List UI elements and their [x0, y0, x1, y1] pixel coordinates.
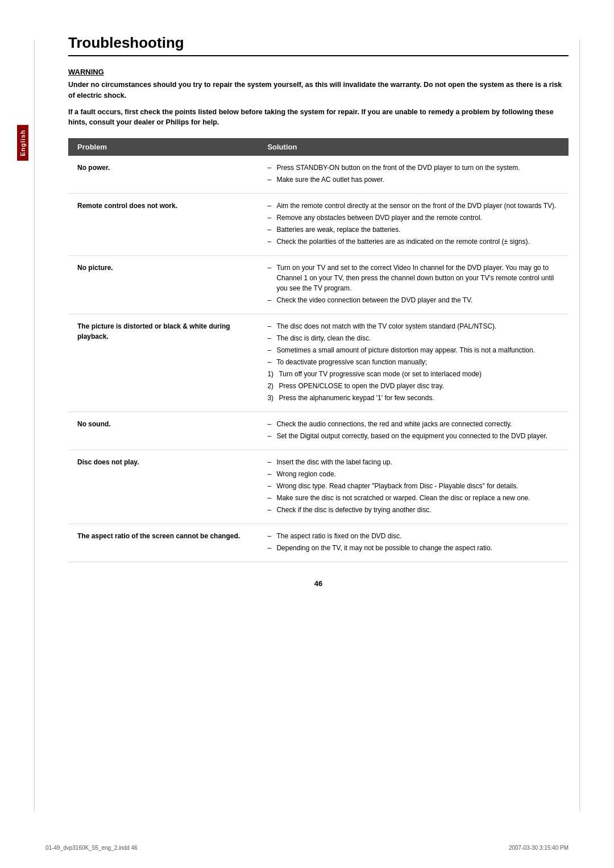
solution-item: Press STANDBY-ON button on the front of … [267, 163, 559, 173]
solution-item-numbered: Press OPEN/CLOSE to open the DVD player … [267, 381, 559, 391]
solution-item: To deactivate progressive scan function … [267, 357, 559, 367]
solution-item: Make sure the AC outlet has power. [267, 175, 559, 185]
solution-cell: Press STANDBY-ON button on the front of … [258, 156, 569, 194]
main-content: Troubleshooting WARNING Under no circums… [68, 34, 569, 588]
solution-item: Insert the disc with the label facing up… [267, 457, 559, 467]
table-row: The aspect ratio of the screen cannot be… [68, 524, 569, 562]
col-problem-header: Problem [68, 138, 258, 156]
problem-cell: Disc does not play. [68, 450, 258, 524]
solution-item: The disc does not match with the TV colo… [267, 321, 559, 331]
solution-item: Set the Digital output correctly, based … [267, 431, 559, 441]
problem-cell: No power. [68, 156, 258, 194]
problem-cell: Remote control does not work. [68, 194, 258, 256]
table-row: The picture is distorted or black & whit… [68, 314, 569, 412]
problem-cell: No picture. [68, 256, 258, 314]
solution-item-numbered: Turn off your TV progressive scan mode (… [267, 369, 559, 379]
solution-item: Depending on the TV, it may not be possi… [267, 543, 559, 553]
solution-cell: The aspect ratio is fixed on the DVD dis… [258, 524, 569, 562]
solution-cell: Aim the remote control directly at the s… [258, 194, 569, 256]
solution-item: Aim the remote control directly at the s… [267, 201, 559, 211]
table-row: No power.Press STANDBY-ON button on the … [68, 156, 569, 194]
solution-item: Turn on your TV and set to the correct V… [267, 263, 559, 293]
sidebar-language-label: English [17, 125, 28, 161]
solution-item: The aspect ratio is fixed on the DVD dis… [267, 531, 559, 541]
page-number: 46 [68, 579, 569, 588]
page-container: English Troubleshooting WARNING Under no… [0, 0, 614, 868]
page-title: Troubleshooting [68, 34, 569, 56]
table-row: Disc does not play.Insert the disc with … [68, 450, 569, 524]
page-footer: 01-49_dvp3160K_55_eng_2.indd 46 2007-03-… [45, 845, 569, 851]
footer-left: 01-49_dvp3160K_55_eng_2.indd 46 [45, 845, 138, 851]
problem-cell: No sound. [68, 412, 258, 450]
solution-item: Sometimes a small amount of picture dist… [267, 345, 559, 355]
solution-item-numbered: Press the alphanumeric keypad '1' for fe… [267, 393, 559, 403]
troubleshooting-table: Problem Solution No power.Press STANDBY-… [68, 138, 569, 562]
warning-title: WARNING [68, 68, 569, 76]
border-right [579, 40, 580, 811]
col-solution-header: Solution [258, 138, 569, 156]
solution-item: Check if the disc is defective by trying… [267, 505, 559, 515]
solution-item: Check the polarities of the batteries ar… [267, 236, 559, 247]
warning-text-1: Under no circumstances should you try to… [68, 80, 569, 101]
solution-cell: Turn on your TV and set to the correct V… [258, 256, 569, 314]
solution-cell: The disc does not match with the TV colo… [258, 314, 569, 412]
solution-cell: Insert the disc with the label facing up… [258, 450, 569, 524]
table-row: No picture.Turn on your TV and set to th… [68, 256, 569, 314]
solution-item: Make sure the disc is not scratched or w… [267, 493, 559, 503]
solution-item: The disc is dirty, clean the disc. [267, 333, 559, 343]
warning-text-2: If a fault occurs, first check the point… [68, 107, 569, 128]
solution-item: Batteries are weak, replace the batterie… [267, 225, 559, 235]
solution-item: Remove any obstacles between DVD player … [267, 213, 559, 223]
warning-section: WARNING Under no circumstances should yo… [68, 68, 569, 128]
table-row: Remote control does not work.Aim the rem… [68, 194, 569, 256]
solution-cell: Check the audio connections, the red and… [258, 412, 569, 450]
problem-cell: The picture is distorted or black & whit… [68, 314, 258, 412]
problem-cell: The aspect ratio of the screen cannot be… [68, 524, 258, 562]
table-row: No sound.Check the audio connections, th… [68, 412, 569, 450]
solution-item: Wrong disc type. Read chapter "Playback … [267, 481, 559, 491]
solution-item: Check the audio connections, the red and… [267, 419, 559, 429]
footer-right: 2007-03-30 3:15:40 PM [509, 845, 569, 851]
border-left [34, 40, 35, 811]
solution-item: Check the video connection between the D… [267, 295, 559, 305]
solution-item: Wrong region code. [267, 469, 559, 479]
